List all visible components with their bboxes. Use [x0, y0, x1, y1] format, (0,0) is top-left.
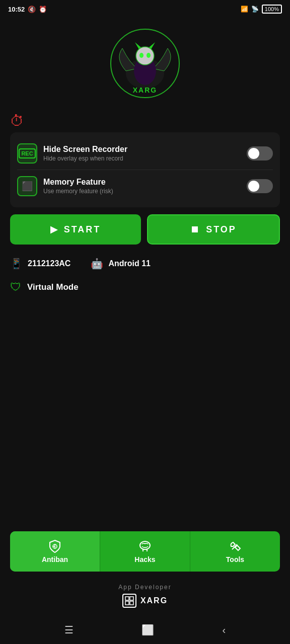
alarm-icon: ⏰ [39, 6, 47, 13]
hide-screen-recorder-subtitle: Hide overlay esp when record [43, 155, 247, 162]
stop-square-icon: ⏹ [190, 224, 201, 235]
virtual-mode-row: 🛡 Virtual Mode [10, 276, 280, 299]
toggle-knob-1 [248, 148, 259, 159]
memory-feature-row: ⬛ Memory Feature Use memory feature (ris… [17, 170, 273, 202]
device-info-row: 📱 2112123AC 🤖 Android 11 [10, 252, 280, 276]
memory-feature-subtitle: Use memory feature (risk) [43, 188, 247, 195]
signal-icon: 📶 [241, 6, 248, 13]
back-nav-button[interactable]: ‹ [223, 624, 226, 636]
hide-screen-recorder-title: Hide Screen Recorder [43, 145, 247, 154]
android-version: Android 11 [108, 259, 151, 268]
svg-rect-12 [130, 601, 133, 605]
hide-screen-recorder-toggle[interactable] [247, 146, 273, 160]
status-time: 10:52 [8, 6, 25, 13]
brand-name: XARG [140, 596, 168, 605]
action-buttons-row: ▶ START ⏹ STOP [10, 214, 280, 245]
timer-icon: ⏱ [10, 113, 24, 129]
hacks-label: Hacks [134, 555, 155, 564]
svg-rect-9 [125, 597, 129, 600]
status-left: 10:52 🔇 ⏰ [8, 6, 47, 13]
rec-icon: REC [19, 148, 35, 158]
tools-label: Tools [226, 555, 244, 564]
logo-area: XARG [0, 18, 290, 104]
device-id: 2112123AC [28, 259, 70, 268]
svg-point-8 [140, 541, 150, 549]
android-version-item: 🤖 Android 11 [91, 258, 151, 270]
rec-icon-box: REC [17, 143, 37, 164]
developer-label: App Developer [0, 584, 290, 591]
device-id-item: 📱 2112123AC [10, 258, 70, 270]
main-content: ⏱ REC Hide Screen Recorder Hide overlay … [0, 104, 290, 531]
cpu-icon-box: ⬛ [17, 176, 37, 196]
brand-icon-box [122, 594, 136, 608]
hide-screen-recorder-text: Hide Screen Recorder Hide overlay esp wh… [43, 145, 247, 162]
status-bar: 10:52 🔇 ⏰ 📶 📡 100% [0, 0, 290, 18]
stop-button[interactable]: ⏹ STOP [147, 214, 280, 245]
timer-row: ⏱ [10, 108, 280, 132]
android-icon: 🤖 [91, 258, 103, 270]
svg-rect-10 [130, 597, 133, 600]
system-nav-bar: ☰ ⬜ ‹ [0, 616, 290, 644]
virtual-mode-label: Virtual Mode [27, 282, 79, 292]
hacks-icon [138, 539, 152, 553]
battery-indicator: 100% [262, 5, 282, 14]
stop-label: STOP [206, 224, 237, 235]
hide-screen-recorder-row: REC Hide Screen Recorder Hide overlay es… [17, 137, 273, 170]
start-label: START [64, 224, 101, 235]
app-logo: XARG [110, 28, 180, 99]
start-button[interactable]: ▶ START [10, 214, 141, 245]
status-right: 📶 📡 100% [241, 5, 282, 14]
developer-footer: App Developer XARG [0, 579, 290, 616]
svg-point-3 [136, 47, 154, 65]
start-play-icon: ▶ [50, 224, 59, 235]
mute-icon: 🔇 [28, 6, 36, 13]
toggle-knob-2 [248, 181, 259, 192]
wifi-icon: 📡 [251, 6, 259, 13]
shield-check-icon: 🛡 [10, 281, 21, 294]
features-panel: REC Hide Screen Recorder Hide overlay es… [10, 132, 280, 207]
developer-brand: XARG [0, 594, 290, 608]
svg-point-5 [147, 53, 151, 58]
antiban-icon [48, 539, 62, 553]
cpu-icon: ⬛ [22, 181, 33, 192]
bottom-navigation: Antiban Hacks Tools [10, 531, 280, 572]
memory-feature-text: Memory Feature Use memory feature (risk) [43, 178, 247, 195]
battery-level: 100 [265, 6, 274, 12]
tools-icon [228, 539, 242, 553]
nav-item-hacks[interactable]: Hacks [100, 531, 190, 572]
brand-grid-icon [125, 596, 134, 605]
svg-point-4 [139, 53, 143, 58]
svg-rect-11 [125, 601, 129, 605]
menu-nav-button[interactable]: ☰ [64, 624, 74, 636]
svg-text:XARG: XARG [133, 86, 157, 94]
memory-feature-toggle[interactable] [247, 179, 273, 193]
memory-feature-title: Memory Feature [43, 178, 247, 187]
antiban-label: Antiban [42, 555, 68, 564]
nav-item-tools[interactable]: Tools [190, 531, 280, 572]
nav-item-antiban[interactable]: Antiban [10, 531, 100, 572]
home-nav-button[interactable]: ⬜ [141, 624, 154, 636]
phone-icon: 📱 [10, 258, 23, 270]
